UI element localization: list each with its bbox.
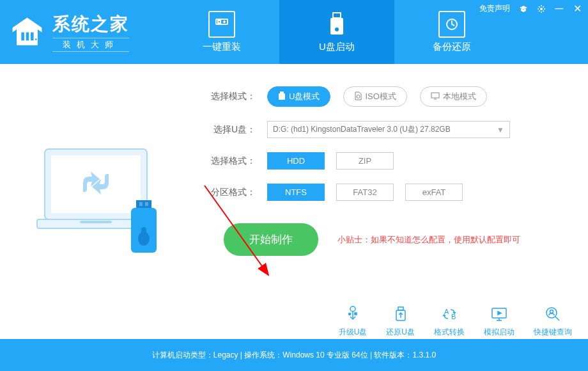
- usb-icon: [323, 11, 350, 38]
- monitor-play-icon: [489, 304, 509, 324]
- header: 系统之家 装机大师 一键重装 U盘启动 备份还原 免责声明: [0, 0, 588, 64]
- chevron-down-icon: ▼: [497, 125, 504, 134]
- usb-up-icon: [343, 304, 363, 324]
- mode-label-text: ISO模式: [365, 91, 396, 102]
- svg-point-11: [540, 8, 543, 10]
- logo-text: 系统之家 装机大师: [52, 12, 129, 52]
- format-row: 选择格式： HDD ZIP: [211, 152, 562, 170]
- monitor-icon: [208, 11, 235, 38]
- svg-rect-8: [330, 18, 343, 35]
- mode-iso-button[interactable]: ISO模式: [343, 86, 406, 107]
- mode-local-button[interactable]: 本地模式: [420, 86, 487, 107]
- bottom-tools: 升级U盘 还原U盘 AB 格式转换 模拟启动 快捷键查询: [339, 304, 572, 338]
- tool-upgrade-usb[interactable]: 升级U盘: [339, 304, 368, 338]
- tab-usb-boot[interactable]: U盘启动: [279, 0, 394, 64]
- laptop-illustration: [26, 136, 179, 267]
- tool-simulate-boot[interactable]: 模拟启动: [484, 304, 514, 338]
- svg-rect-24: [279, 93, 285, 100]
- backup-icon: [438, 11, 465, 38]
- partition-fat32-button[interactable]: FAT32: [336, 184, 394, 201]
- format-label: 选择格式：: [211, 155, 256, 167]
- svg-rect-17: [139, 202, 143, 206]
- svg-rect-6: [218, 20, 220, 23]
- svg-rect-16: [136, 200, 151, 208]
- svg-line-40: [555, 317, 559, 320]
- app-subtitle: 装机大师: [52, 38, 129, 52]
- start-button[interactable]: 开始制作: [224, 223, 318, 256]
- usb-small-icon: [278, 91, 286, 102]
- svg-rect-31: [355, 313, 357, 315]
- svg-point-4: [38, 40, 40, 42]
- mode-usb-button[interactable]: U盘模式: [267, 86, 330, 107]
- svg-point-30: [348, 313, 350, 315]
- partition-ntfs-button[interactable]: NTFS: [267, 184, 325, 201]
- tab-label: 一键重装: [203, 41, 241, 53]
- restore-icon: [391, 304, 411, 324]
- svg-text:B: B: [451, 313, 456, 320]
- svg-rect-7: [333, 13, 341, 18]
- usb-label: 选择U盘：: [211, 124, 256, 136]
- close-icon[interactable]: ✕: [573, 4, 582, 13]
- logo-section: 系统之家 装机大师: [0, 12, 139, 52]
- tab-label: 备份还原: [433, 41, 471, 53]
- main-content: 选择模式： U盘模式 ISO模式 本地模式 选择U盘： D:G:: [0, 64, 588, 339]
- tool-format-convert[interactable]: AB 格式转换: [434, 304, 465, 338]
- convert-icon: AB: [439, 304, 460, 324]
- partition-label: 分区格式：: [211, 187, 256, 198]
- partition-row: 分区格式： NTFS FAT32 exFAT: [211, 184, 562, 201]
- graduation-icon[interactable]: [519, 4, 528, 13]
- svg-rect-15: [80, 221, 112, 223]
- status-text: 计算机启动类型：Legacy | 操作系统：Windows 10 专业版 64位…: [152, 350, 436, 361]
- file-icon: [354, 91, 362, 102]
- tool-label: 快捷键查询: [534, 327, 572, 338]
- form-pane: 选择模式： U盘模式 ISO模式 本地模式 选择U盘： D:G:: [205, 64, 588, 339]
- disclaimer-link[interactable]: 免责声明: [479, 3, 510, 14]
- svg-point-3: [35, 38, 37, 40]
- app-title: 系统之家: [52, 12, 129, 36]
- tool-restore-usb[interactable]: 还原U盘: [386, 304, 415, 338]
- svg-rect-26: [431, 93, 439, 98]
- monitor-small-icon: [431, 92, 440, 102]
- mode-label-text: U盘模式: [289, 91, 320, 102]
- tool-label: 升级U盘: [339, 327, 368, 338]
- settings-icon[interactable]: [537, 4, 546, 13]
- mode-label-text: 本地模式: [443, 91, 476, 102]
- search-person-icon: [543, 304, 563, 324]
- tool-label: 模拟启动: [484, 327, 514, 338]
- tabs: 一键重装 U盘启动 备份还原: [164, 0, 509, 64]
- window-controls: 免责声明 ─ ✕: [479, 3, 582, 14]
- svg-rect-23: [280, 91, 284, 93]
- usb-dropdown[interactable]: D:G: (hd1) KingstonDataTraveler 3.0 (U盘)…: [267, 121, 510, 138]
- svg-rect-18: [145, 202, 148, 206]
- tip-text: 小贴士：如果不知道怎么配置，使用默认配置即可: [337, 234, 520, 246]
- tool-hotkey-query[interactable]: 快捷键查询: [534, 304, 572, 338]
- tool-label: 还原U盘: [386, 327, 415, 338]
- partition-exfat-button[interactable]: exFAT: [405, 184, 463, 201]
- usb-value: D:G: (hd1) KingstonDataTraveler 3.0 (U盘)…: [273, 125, 451, 134]
- usb-select-row: 选择U盘： D:G: (hd1) KingstonDataTraveler 3.…: [211, 121, 562, 138]
- svg-point-25: [357, 95, 360, 98]
- svg-rect-2: [31, 32, 34, 40]
- minimize-icon[interactable]: ─: [555, 4, 564, 13]
- statusbar: 计算机启动类型：Legacy | 操作系统：Windows 10 专业版 64位…: [0, 339, 588, 371]
- svg-text:A: A: [444, 308, 449, 315]
- tool-label: 格式转换: [434, 327, 465, 338]
- tab-reinstall[interactable]: 一键重装: [164, 0, 279, 64]
- svg-point-28: [350, 306, 355, 312]
- illustration-pane: [0, 64, 205, 339]
- mode-row: 选择模式： U盘模式 ISO模式 本地模式: [211, 86, 562, 107]
- start-row: 开始制作 小贴士：如果不知道怎么配置，使用默认配置即可: [211, 223, 562, 256]
- logo-icon: [10, 15, 45, 50]
- svg-point-41: [550, 310, 553, 313]
- mode-label: 选择模式：: [211, 91, 256, 102]
- format-hdd-button[interactable]: HDD: [267, 152, 325, 170]
- svg-rect-0: [21, 32, 24, 40]
- svg-point-9: [335, 28, 339, 31]
- svg-rect-21: [141, 227, 146, 237]
- tab-label: U盘启动: [319, 41, 355, 53]
- format-zip-button[interactable]: ZIP: [336, 152, 394, 170]
- svg-rect-1: [26, 32, 29, 40]
